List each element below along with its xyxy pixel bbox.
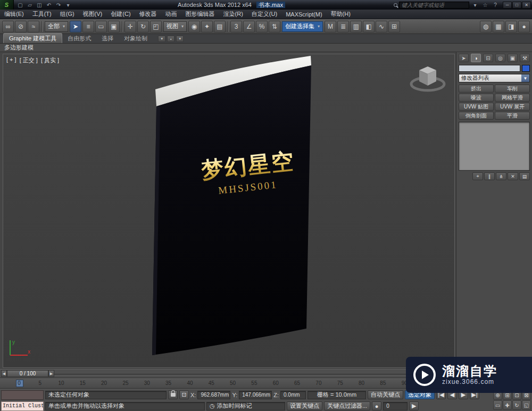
menu-item[interactable]: 工具(T)	[28, 10, 56, 19]
modifier-list-dropdown[interactable]: 修改器列表 ▼	[459, 74, 530, 82]
track-bar[interactable]: 0510152025303540455055606570758085909510…	[0, 378, 456, 389]
key-mode-toggle-icon[interactable]: ●	[372, 401, 381, 410]
menu-item[interactable]: 视图(V)	[79, 10, 107, 19]
percent-snap-icon[interactable]: %	[256, 21, 268, 32]
viewport-pov-menu[interactable]: [ 正交 ]	[20, 56, 38, 64]
spinner-snap-icon[interactable]: ⇅	[269, 21, 280, 32]
absolute-mode-icon[interactable]: ⊡	[179, 390, 189, 399]
menu-item[interactable]: 渲染(R)	[219, 10, 247, 19]
render-setup-icon[interactable]: ▦	[493, 21, 504, 32]
key-filters-button[interactable]: 关键点过滤器...	[324, 401, 370, 410]
maximize-viewport-toggle-icon[interactable]: ◱	[522, 400, 531, 410]
modifier-button[interactable]: 倒角剖面	[459, 112, 494, 120]
pan-view-icon[interactable]: ✚	[503, 400, 512, 410]
pin-stack-icon[interactable]: ⌖	[472, 172, 483, 180]
ribbon-expand-icon[interactable]: ▾	[176, 36, 184, 42]
polygon-modeling-panel[interactable]: 多边形建模	[4, 44, 34, 52]
make-unique-icon[interactable]: ⋔	[496, 172, 506, 180]
object-color-swatch[interactable]	[522, 65, 530, 72]
menu-item[interactable]: 自定义(U)	[247, 10, 281, 19]
hierarchy-tab-icon[interactable]: ⊟	[483, 54, 493, 62]
tab-object-paint[interactable]: 对象绘制	[119, 33, 153, 43]
menu-item[interactable]: 组(G)	[56, 10, 79, 19]
menu-item[interactable]: 编辑(E)	[0, 10, 28, 19]
use-pivot-center-icon[interactable]: ◉	[188, 21, 200, 32]
modifier-stack-list[interactable]	[459, 122, 530, 171]
named-selection-sets-field[interactable]: 创建选择集 ▾	[282, 21, 323, 32]
orbit-icon[interactable]: ↻	[512, 400, 521, 410]
new-file-icon[interactable]: ▢	[16, 1, 24, 9]
modifier-button[interactable]: UVW 贴图	[459, 103, 494, 111]
search-input[interactable]	[399, 2, 469, 9]
remove-modifier-icon[interactable]: ✕	[508, 172, 518, 180]
mirror-icon[interactable]: M	[325, 21, 336, 32]
select-and-rotate-icon[interactable]: ↻	[137, 21, 149, 32]
close-button[interactable]: ✕	[522, 2, 531, 9]
select-and-link-icon[interactable]: ∞	[2, 21, 14, 32]
time-slider-handle[interactable]: ◀ 0 / 100 ▶	[1, 370, 54, 377]
select-and-move-icon[interactable]: ✛	[124, 21, 136, 32]
keyboard-override-icon[interactable]: ▤	[214, 21, 226, 32]
select-and-scale-icon[interactable]: ◰	[150, 21, 162, 32]
selection-lock-icon[interactable]	[168, 390, 178, 399]
menu-item[interactable]: MAXScript(M)	[281, 10, 326, 19]
search-dropdown-icon[interactable]: ▾	[471, 1, 479, 9]
menu-item[interactable]: 修改器	[135, 10, 161, 19]
maxscript-listener-macro-line[interactable]	[1, 390, 44, 400]
next-frame-icon[interactable]: ▶	[409, 401, 419, 410]
tab-selection[interactable]: 选择	[96, 33, 119, 43]
x-coordinate-field[interactable]: 962.687mm	[197, 391, 230, 399]
window-crossing-icon[interactable]: ▣	[108, 21, 120, 32]
modifier-button[interactable]: 噪波	[459, 94, 494, 102]
book-object[interactable]	[148, 54, 314, 358]
open-file-icon[interactable]: ▱	[26, 1, 34, 9]
previous-frame-arrow-icon[interactable]: ◀	[1, 370, 7, 377]
viewport-general-menu[interactable]: [ + ]	[6, 56, 16, 64]
modify-tab-icon[interactable]: ◑	[471, 54, 481, 62]
select-by-name-icon[interactable]: ≡	[82, 21, 94, 32]
tab-freeform[interactable]: 自由形式	[62, 33, 96, 43]
redo-icon[interactable]: ↷	[54, 1, 63, 9]
graphite-toggle-icon[interactable]: ◧	[363, 21, 375, 32]
reference-coordinate-dropdown[interactable]: 视图 ▾	[163, 21, 187, 32]
rendered-frame-window-icon[interactable]: ◨	[505, 21, 517, 32]
save-file-icon[interactable]: ◫	[35, 1, 44, 9]
curve-editor-icon[interactable]: ∿	[376, 21, 387, 32]
workspace-dropdown-icon[interactable]: ▾	[64, 1, 72, 9]
y-coordinate-field[interactable]: 147.066mm	[239, 391, 272, 399]
modifier-button[interactable]: 平滑	[495, 112, 530, 120]
viewport-orthographic[interactable]: [ + ] [ 正交 ] [ 真实 ]	[3, 54, 455, 368]
time-slider-track[interactable]	[1, 374, 455, 375]
modifier-button[interactable]: 网格平滑	[495, 94, 530, 102]
selection-filter-dropdown[interactable]: 全部 ▾	[45, 21, 68, 32]
maximize-button[interactable]: □	[512, 2, 521, 9]
modifier-button[interactable]: 挤出	[459, 85, 494, 93]
favorites-star-icon[interactable]: ☆	[481, 1, 489, 9]
set-key-button[interactable]: 设置关键点	[287, 401, 322, 410]
schematic-view-icon[interactable]: ⊞	[388, 21, 400, 32]
render-production-icon[interactable]: ●	[518, 21, 530, 32]
z-coordinate-field[interactable]: 0.0mm	[280, 391, 306, 399]
undo-icon[interactable]: ↶	[45, 1, 53, 9]
modifier-button[interactable]: 车削	[495, 85, 530, 93]
align-icon[interactable]: ≣	[337, 21, 349, 32]
menu-item[interactable]: 图形编辑器	[181, 10, 219, 19]
unlink-selection-icon[interactable]: ⊘	[15, 21, 27, 32]
current-frame-field[interactable]: 0	[383, 402, 408, 410]
time-tag-field[interactable]: ◷ 添加时间标记	[206, 402, 285, 410]
ribbon-minimize-icon[interactable]: ▾	[158, 36, 165, 42]
snap-toggle-icon[interactable]: 3	[230, 21, 242, 32]
bind-to-space-warp-icon[interactable]: ≈	[28, 21, 39, 32]
layer-manager-icon[interactable]: ▥	[350, 21, 362, 32]
auto-key-button[interactable]: 自动关键点	[368, 390, 403, 399]
selection-region-icon[interactable]: ▭	[95, 21, 107, 32]
object-name-field[interactable]	[459, 65, 520, 72]
viewcube[interactable]	[409, 60, 447, 98]
display-tab-icon[interactable]: ▣	[508, 54, 518, 62]
zoom-region-icon[interactable]: ▭	[493, 400, 502, 410]
utilities-tab-icon[interactable]: ⚒	[520, 54, 530, 62]
menu-item[interactable]: 动画	[161, 10, 181, 19]
maxscript-mini-listener[interactable]: Initial Cluste	[1, 401, 44, 411]
material-editor-icon[interactable]: ◍	[480, 21, 492, 32]
configure-modifier-sets-icon[interactable]: ▤	[519, 172, 530, 180]
